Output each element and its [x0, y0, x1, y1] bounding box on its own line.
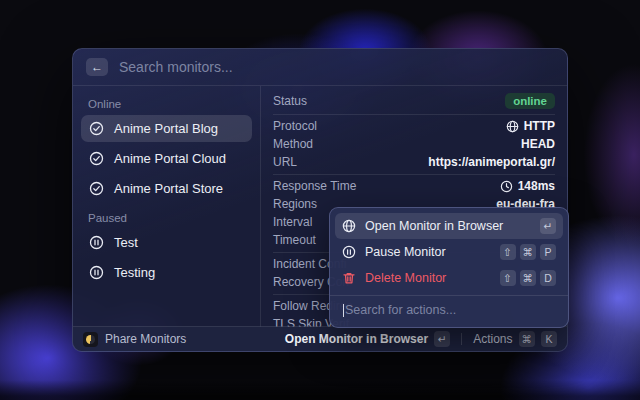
d-key: D: [540, 270, 556, 286]
globe-icon: [506, 120, 519, 133]
detail-row-status: Status online: [273, 90, 555, 111]
monitor-label: Test: [114, 235, 138, 250]
search-monitors-input[interactable]: [119, 59, 554, 75]
monitor-item-testing[interactable]: Testing: [81, 259, 252, 286]
monitor-label: Anime Portal Blog: [114, 121, 218, 136]
k-key: K: [541, 331, 557, 347]
monitor-list: Online Anime Portal Blog Anime Portal Cl…: [73, 86, 261, 327]
command-key: ⌘: [519, 331, 536, 347]
monitor-item-test[interactable]: Test: [81, 229, 252, 256]
detail-row-response-time: Response Time 148ms: [273, 177, 555, 195]
divider: [461, 333, 462, 345]
monitor-label: Anime Portal Cloud: [114, 151, 226, 166]
pause-circle-icon: [342, 245, 356, 259]
back-button[interactable]: ←: [86, 58, 108, 76]
menu-item-label: Pause Monitor: [365, 245, 446, 259]
shift-key: ⇧: [500, 244, 516, 260]
detail-label: Timeout: [273, 233, 316, 247]
search-actions-input[interactable]: [345, 303, 555, 317]
phare-logo-icon: [83, 332, 98, 347]
return-key: ↵: [434, 331, 450, 347]
detail-label: Interval: [273, 215, 312, 229]
detail-label: Method: [273, 137, 313, 151]
arrow-left-icon: ←: [91, 60, 103, 74]
actions-button[interactable]: Actions: [473, 332, 512, 346]
pause-circle-icon: [89, 265, 104, 280]
monitor-label: Testing: [114, 265, 155, 280]
text-cursor: [343, 304, 344, 317]
detail-value: 148ms: [518, 179, 555, 193]
detail-label: Response Time: [273, 179, 356, 193]
detail-row-method: Method HEAD: [273, 135, 555, 153]
search-header: ←: [73, 49, 567, 86]
check-circle-icon: [89, 181, 104, 196]
return-key: ↵: [540, 218, 556, 234]
detail-row-protocol: Protocol HTTP: [273, 117, 555, 135]
trash-icon: [342, 271, 356, 285]
monitor-item-anime-portal-store[interactable]: Anime Portal Store: [81, 175, 252, 202]
detail-label: Regions: [273, 197, 317, 211]
section-label-online: Online: [81, 91, 252, 115]
divider: [273, 114, 555, 115]
menu-item-label: Open Monitor in Browser: [365, 219, 503, 233]
menu-item-pause-monitor[interactable]: Pause Monitor ⇧ ⌘ P: [335, 239, 563, 265]
command-key: ⌘: [520, 270, 537, 286]
detail-label: Status: [273, 94, 307, 108]
divider: [273, 174, 555, 175]
command-palette-window: ← Online Anime Portal Blog Anime Portal …: [72, 48, 568, 352]
command-key: ⌘: [520, 244, 537, 260]
pause-circle-icon: [89, 235, 104, 250]
monitor-label: Anime Portal Store: [114, 181, 223, 196]
footer-bar: Phare Monitors Open Monitor in Browser ↵…: [73, 326, 567, 351]
section-label-paused: Paused: [81, 205, 252, 229]
primary-action-button[interactable]: Open Monitor in Browser: [285, 332, 428, 346]
clock-icon: [500, 180, 513, 193]
detail-label: Protocol: [273, 119, 317, 133]
detail-label: URL: [273, 155, 297, 169]
menu-item-open-monitor-in-browser[interactable]: Open Monitor in Browser ↵: [335, 213, 563, 239]
check-circle-icon: [89, 151, 104, 166]
p-key: P: [540, 244, 556, 260]
app-name: Phare Monitors: [105, 332, 186, 346]
menu-item-label: Delete Monitor: [365, 271, 446, 285]
actions-menu: Open Monitor in Browser ↵ Pause Monitor …: [329, 207, 569, 328]
monitor-item-anime-portal-blog[interactable]: Anime Portal Blog: [81, 115, 252, 142]
detail-value: HTTP: [524, 119, 555, 133]
menu-item-delete-monitor[interactable]: Delete Monitor ⇧ ⌘ D: [335, 265, 563, 291]
monitor-item-anime-portal-cloud[interactable]: Anime Portal Cloud: [81, 145, 252, 172]
detail-value: HEAD: [521, 137, 555, 151]
status-badge: online: [505, 93, 555, 109]
globe-icon: [342, 219, 356, 233]
check-circle-icon: [89, 121, 104, 136]
shift-key: ⇧: [500, 270, 516, 286]
detail-value: https://animeportal.gr/: [428, 155, 555, 169]
detail-row-url: URL https://animeportal.gr/: [273, 153, 555, 171]
